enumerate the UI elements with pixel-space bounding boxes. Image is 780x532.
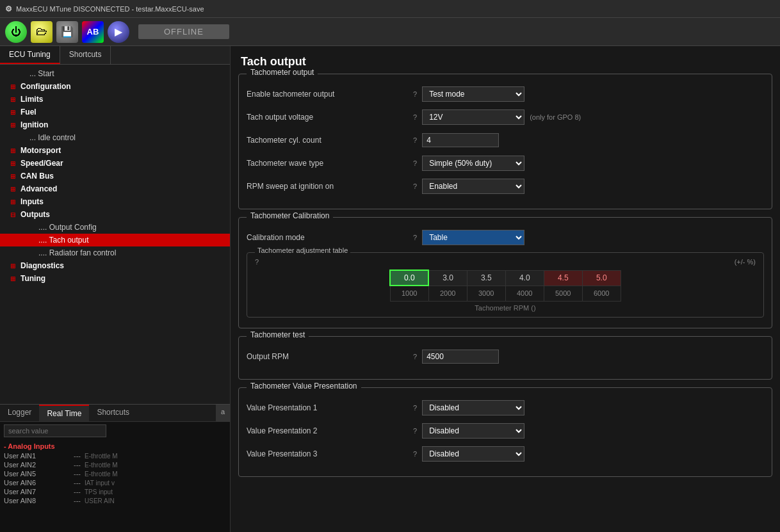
label-wave-type: Tachometer wave type <box>247 159 413 168</box>
sidebar-item-limits[interactable]: ⊞ Limits <box>0 93 230 106</box>
adjustment-table: 0.0 3.0 3.5 4.0 4.5 5.0 1000 2000 3000 4… <box>389 270 621 302</box>
field-val-pres-3: Value Presentation 3 ? Disabled <box>247 446 764 462</box>
sidebar-item-diagnostics[interactable]: ⊞ Diagnostics <box>0 259 230 272</box>
select-enable-tach[interactable]: Disabled Enabled Test mode <box>422 86 524 102</box>
select-rpm-sweep[interactable]: Disabled Enabled <box>422 179 524 194</box>
ain5-desc: E-throttle M <box>85 471 118 478</box>
sidebar-item-advanced[interactable]: ⊞ Advanced <box>0 182 230 195</box>
table-cell[interactable]: 3.5 <box>467 270 505 286</box>
section-header-tach-test: Tachometer test <box>247 330 309 339</box>
label-cal-mode: Calibration mode <box>247 233 413 242</box>
nav-label-motorsport: Motorsport <box>20 146 61 155</box>
select-val-pres-2[interactable]: Disabled <box>422 423 524 439</box>
ain2-desc: E-throttle M <box>85 462 118 469</box>
sidebar-item-tuning[interactable]: ⊞ Tuning <box>0 272 230 285</box>
ain5-val: --- <box>61 470 81 478</box>
save-button[interactable]: 💾 <box>56 21 78 43</box>
nav-label-radiator: .... Radiator fan control <box>38 248 116 257</box>
table-row-rpm: 1000 2000 3000 4000 5000 6000 <box>390 286 621 301</box>
section-tachometer-test: Tachometer test Output RPM ? <box>238 336 772 380</box>
sidebar-item-start[interactable]: ... Start <box>0 67 230 80</box>
help-output-rpm[interactable]: ? <box>413 353 417 360</box>
sidebar-item-motorsport[interactable]: ⊞ Motorsport <box>0 144 230 157</box>
table-cell[interactable]: 5.0 <box>582 270 621 286</box>
tab-realtime[interactable]: Real Time <box>39 405 89 421</box>
table-cell[interactable]: 4.5 <box>544 270 582 286</box>
control-enable-tach: Disabled Enabled Test mode <box>422 86 764 102</box>
select-cal-mode[interactable]: Off Single value Table <box>422 230 524 245</box>
ain7-val: --- <box>61 488 81 496</box>
sidebar-item-outputs[interactable]: ⊟ Outputs <box>0 208 230 221</box>
sidebar-item-inputs[interactable]: ⊞ Inputs <box>0 195 230 208</box>
field-rpm-sweep: RPM sweep at ignition on ? Disabled Enab… <box>247 178 764 195</box>
nav-label-diagnostics: Diagnostics <box>20 261 64 270</box>
list-item: User AIN1 --- E-throttle M <box>4 451 118 460</box>
table-cell[interactable]: 4.0 <box>505 270 544 286</box>
help-enable-tach[interactable]: ? <box>413 90 417 98</box>
list-item: User AIN6 --- IAT input v <box>4 478 118 487</box>
sidebar-item-configuration[interactable]: ⊞ Configuration <box>0 80 230 93</box>
help-cal-mode[interactable]: ? <box>413 234 417 241</box>
select-tach-voltage[interactable]: 5V 12V <box>422 109 524 125</box>
control-cyl-count <box>422 133 764 147</box>
realtime-content: - Analog Inputs User AIN1 --- E-throttle… <box>0 440 230 531</box>
tab-logger[interactable]: Logger <box>0 405 39 421</box>
sidebar-item-tach-output[interactable]: .... Tach output <box>0 234 230 246</box>
tab-shortcuts[interactable]: Shortcuts <box>60 46 111 64</box>
sidebar-item-ignition[interactable]: ⊞ Ignition <box>0 118 230 131</box>
control-val-pres-3: Disabled <box>422 446 764 462</box>
sidebar-item-fuel[interactable]: ⊞ Fuel <box>0 106 230 118</box>
tab-shortcuts-bottom[interactable]: Shortcuts <box>89 405 137 421</box>
select-val-pres-3[interactable]: Disabled <box>422 446 524 462</box>
sidebar-item-can-bus[interactable]: ⊞ CAN Bus <box>0 170 230 182</box>
tab-ecu-tuning[interactable]: ECU Tuning <box>0 46 60 64</box>
input-output-rpm[interactable] <box>422 350 499 364</box>
ain7-name: User AIN7 <box>4 488 61 496</box>
cal-table-help[interactable]: ? <box>255 258 259 266</box>
section-value-presentation: Tachometer Value Presentation Value Pres… <box>238 387 772 477</box>
nav-label-inputs: Inputs <box>20 197 44 206</box>
sidebar-item-radiator-fan[interactable]: .... Radiator fan control <box>0 246 230 259</box>
table-cell[interactable]: 3.0 <box>428 270 467 286</box>
ain1-val: --- <box>61 452 81 460</box>
help-cyl-count[interactable]: ? <box>413 136 417 144</box>
help-tach-voltage[interactable]: ? <box>413 113 417 121</box>
help-val-pres-1[interactable]: ? <box>413 404 417 412</box>
help-rpm-sweep[interactable]: ? <box>413 182 417 190</box>
expander-limits: ⊞ <box>10 96 19 103</box>
analog-inputs-label: - Analog Inputs <box>4 441 118 451</box>
power-button[interactable]: ⏻ <box>5 21 27 43</box>
section-body-tach-cal: Calibration mode ? Off Single value Tabl… <box>239 218 772 328</box>
search-input[interactable] <box>4 424 106 437</box>
control-wave-type: Simple (50% duty) Complex <box>422 156 764 171</box>
control-output-rpm <box>422 350 764 364</box>
help-val-pres-3[interactable]: ? <box>413 450 417 458</box>
help-val-pres-2[interactable]: ? <box>413 427 417 435</box>
nav-label-advanced: Advanced <box>20 184 57 193</box>
section-body-tach-test: Output RPM ? <box>239 337 772 379</box>
cal-table-label: Tachometer adjustment table <box>255 246 350 254</box>
sidebar-item-idle-control[interactable]: ... Idle control <box>0 131 230 144</box>
play-button[interactable]: ▶ <box>108 21 129 43</box>
tab-extra[interactable]: a <box>216 405 230 421</box>
input-cyl-count[interactable] <box>422 133 499 147</box>
nav-label-output-config: .... Output Config <box>38 223 97 232</box>
table-cell[interactable]: 0.0 <box>390 270 428 286</box>
sidebar-item-output-config[interactable]: .... Output Config <box>0 221 230 234</box>
select-wave-type[interactable]: Simple (50% duty) Complex <box>422 156 524 171</box>
select-val-pres-1[interactable]: Disabled <box>422 400 524 415</box>
nav-label-fuel: Fuel <box>20 108 37 117</box>
nav-label-tuning: Tuning <box>20 274 45 283</box>
expander-tuning: ⊞ <box>10 275 19 282</box>
ab-button[interactable]: AB <box>82 21 104 43</box>
sidebar-item-speed-gear[interactable]: ⊞ Speed/Gear <box>0 157 230 170</box>
field-val-pres-2: Value Presentation 2 ? Disabled <box>247 423 764 439</box>
control-cal-mode: Off Single value Table <box>422 230 764 245</box>
section-header-tach-cal: Tachometer Calibration <box>247 211 333 220</box>
nav-label-can: CAN Bus <box>20 172 54 181</box>
control-tach-voltage: 5V 12V (only for GPO 8) <box>422 109 764 125</box>
app-logo: ⚙ <box>5 4 12 13</box>
help-wave-type[interactable]: ? <box>413 159 417 167</box>
nav-label-configuration: Configuration <box>20 82 71 91</box>
folder-button[interactable]: 🗁 <box>31 21 53 43</box>
